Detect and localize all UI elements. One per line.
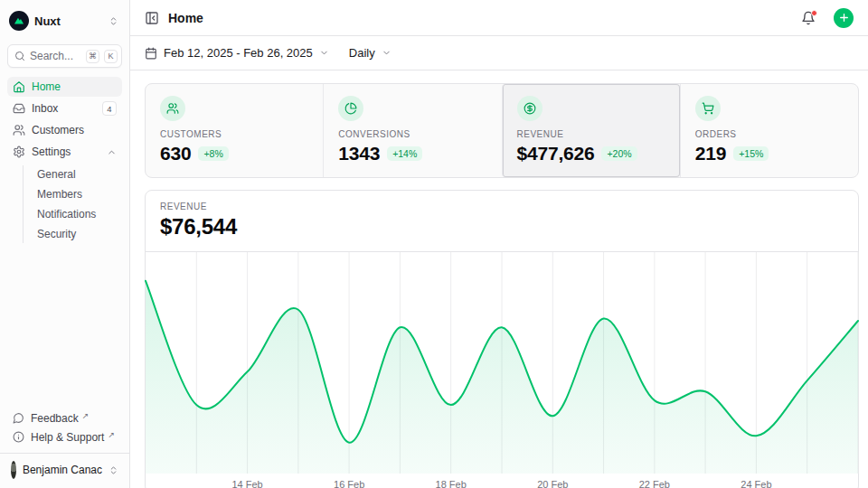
delta-badge: +20%: [601, 146, 637, 161]
sidebar-item-customers[interactable]: Customers: [7, 120, 122, 140]
search-input[interactable]: Search... ⌘ K: [7, 44, 122, 68]
sidebar-item-general[interactable]: General: [33, 165, 122, 183]
help-support-label: Help & Support: [31, 431, 104, 444]
users-icon: [13, 124, 25, 136]
stat-value: $477,626: [517, 143, 595, 164]
workspace-name: Nuxt: [34, 14, 103, 28]
stat-card-customers[interactable]: CUSTOMERS 630 +8%: [146, 84, 323, 177]
panel-left-close-icon[interactable]: [145, 11, 159, 25]
stat-value: 219: [695, 143, 726, 164]
stats-row: CUSTOMERS 630 +8% CONVERSIONS 1343 +14%: [145, 83, 859, 178]
user-menu[interactable]: Benjamin Canac: [7, 454, 122, 481]
stat-value: 630: [160, 143, 191, 164]
sidebar-item-security[interactable]: Security: [33, 225, 122, 243]
home-icon: [13, 80, 25, 93]
chevron-down-icon: [382, 48, 392, 58]
x-tick-label: 20 Feb: [537, 479, 568, 488]
sidebar-item-label: Settings: [32, 145, 71, 158]
date-range-picker[interactable]: Feb 12, 2025 - Feb 26, 2025: [145, 46, 329, 60]
x-tick-label: 14 Feb: [231, 479, 262, 488]
sidebar-item-home[interactable]: Home: [7, 77, 122, 97]
sidebar-item-label: Home: [32, 80, 61, 93]
chevrons-up-down-icon: [108, 465, 118, 475]
chat-bubble-icon: [13, 412, 24, 424]
sidebar-nav: Home Inbox 4 Customers Setting: [7, 77, 122, 243]
sidebar-item-notifications[interactable]: Notifications: [33, 205, 122, 223]
chart-metric-label: REVENUE: [160, 202, 844, 211]
info-circle-icon: [13, 431, 24, 443]
plus-icon: [838, 12, 850, 23]
external-link-arrow: ↗: [108, 427, 115, 439]
kbd-k: K: [104, 50, 118, 63]
sidebar-item-settings[interactable]: Settings: [7, 142, 122, 162]
delta-badge: +15%: [733, 146, 769, 161]
add-button[interactable]: [834, 8, 854, 28]
external-link-arrow: ↗: [82, 408, 90, 420]
sidebar: Nuxt Search... ⌘ K Home: [0, 0, 130, 488]
revenue-chart-card: REVENUE $76,544 14 Feb16 Feb18 Feb20 Feb…: [145, 190, 859, 488]
nuxt-logo-icon: [9, 11, 29, 31]
x-tick-label: 22 Feb: [639, 479, 670, 488]
stat-card-orders[interactable]: ORDERS 219 +15%: [680, 84, 858, 177]
chart-canvas: [146, 252, 858, 474]
help-support-link[interactable]: Help & Support ↗: [7, 427, 122, 446]
chevron-up-icon: [107, 147, 117, 157]
search-placeholder: Search...: [30, 50, 81, 62]
workspace-switcher[interactable]: Nuxt: [7, 9, 122, 33]
chart-metric-value: $76,544: [160, 214, 844, 239]
settings-submenu: General Members Notifications Security: [23, 165, 122, 243]
filter-toolbar: Feb 12, 2025 - Feb 26, 2025 Daily: [130, 36, 868, 70]
shopping-cart-icon: [695, 96, 721, 121]
stat-card-conversions[interactable]: CONVERSIONS 1343 +14%: [323, 84, 501, 177]
chevrons-up-down-icon: [108, 16, 118, 26]
x-tick-label: 16 Feb: [334, 479, 364, 488]
delta-badge: +14%: [387, 146, 422, 161]
period-select[interactable]: Daily: [349, 46, 392, 60]
inbox-count-badge: 4: [102, 101, 117, 116]
stat-value: 1343: [338, 143, 380, 164]
stat-label: ORDERS: [695, 129, 844, 139]
feedback-label: Feedback: [31, 412, 79, 425]
sidebar-item-label: Customers: [32, 124, 84, 136]
sidebar-item-inbox[interactable]: Inbox 4: [7, 99, 122, 118]
stat-label: REVENUE: [517, 129, 665, 139]
stat-card-revenue[interactable]: REVENUE $477,626 +20%: [502, 84, 680, 177]
circle-dollar-icon: [517, 96, 542, 121]
chart-pie-icon: [338, 96, 363, 121]
chevron-down-icon: [319, 48, 329, 58]
user-name: Benjamin Canac: [23, 464, 102, 476]
period-value: Daily: [349, 46, 375, 60]
app-window: Nuxt Search... ⌘ K Home: [0, 0, 868, 488]
kbd-cmd: ⌘: [86, 50, 99, 63]
page-header: Home: [130, 0, 868, 36]
date-range-value: Feb 12, 2025 - Feb 26, 2025: [164, 46, 313, 60]
sidebar-item-members[interactable]: Members: [33, 185, 122, 203]
x-tick-label: 24 Feb: [741, 479, 771, 488]
x-axis-ticks: 14 Feb16 Feb18 Feb20 Feb22 Feb24 Feb: [146, 474, 858, 488]
revenue-area-chart[interactable]: [146, 252, 858, 474]
main-area: Home Feb 12, 2025 - Feb 26, 2025 Daily: [130, 0, 868, 488]
stat-label: CUSTOMERS: [160, 129, 308, 139]
avatar: [11, 461, 16, 479]
sidebar-item-label: Inbox: [32, 102, 58, 115]
feedback-link[interactable]: Feedback ↗: [7, 408, 122, 427]
delta-badge: +8%: [198, 146, 228, 161]
page-title: Home: [168, 11, 792, 25]
gear-icon: [13, 145, 25, 158]
calendar-icon: [145, 47, 157, 60]
stat-label: CONVERSIONS: [338, 129, 486, 139]
notifications-button[interactable]: [801, 11, 816, 25]
notification-dot: [811, 10, 817, 16]
chart-header: REVENUE $76,544: [146, 191, 858, 252]
x-tick-label: 18 Feb: [436, 479, 467, 488]
search-icon: [14, 51, 25, 61]
users-icon: [160, 96, 185, 121]
page-content: CUSTOMERS 630 +8% CONVERSIONS 1343 +14%: [130, 70, 868, 488]
inbox-icon: [13, 102, 25, 115]
